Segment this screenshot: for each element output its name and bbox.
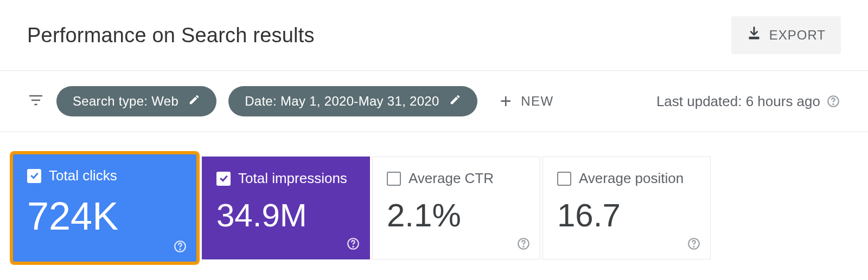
help-icon[interactable] xyxy=(516,236,531,251)
help-icon[interactable] xyxy=(346,236,361,251)
svg-point-6 xyxy=(353,246,354,247)
page-title: Performance on Search results xyxy=(27,24,315,47)
download-icon xyxy=(746,26,762,44)
export-button[interactable]: EXPORT xyxy=(731,16,841,54)
add-filter-label: NEW xyxy=(521,94,554,109)
filter-chip-date[interactable]: Date: May 1, 2020-May 31, 2020 xyxy=(228,86,477,116)
checkbox-icon xyxy=(557,172,571,186)
last-updated: Last updated: 6 hours ago xyxy=(656,93,841,110)
svg-point-10 xyxy=(693,246,694,247)
metric-card-average-ctr[interactable]: Average CTR 2.1% xyxy=(372,157,540,259)
checkbox-icon xyxy=(216,172,231,186)
metric-value: 724K xyxy=(27,195,182,238)
metric-value: 2.1% xyxy=(387,198,526,233)
add-filter-button[interactable]: + NEW xyxy=(496,86,558,116)
page-header: Performance on Search results EXPORT xyxy=(0,0,868,71)
export-button-label: EXPORT xyxy=(769,28,826,43)
checkbox-icon xyxy=(27,169,41,183)
filter-chip-search-type[interactable]: Search type: Web xyxy=(56,86,216,116)
svg-point-4 xyxy=(180,249,181,250)
last-updated-text: Last updated: 6 hours ago xyxy=(656,93,820,110)
metric-card-total-impressions[interactable]: Total impressions 34.9M xyxy=(202,157,370,259)
metric-card-total-clicks[interactable]: Total clicks 724K xyxy=(10,151,200,265)
filter-chip-search-type-label: Search type: Web xyxy=(73,94,178,109)
filter-chip-date-label: Date: May 1, 2020-May 31, 2020 xyxy=(245,94,439,109)
filter-icon[interactable] xyxy=(27,92,44,111)
metrics-row: Total clicks 724K Total impressions 34.9… xyxy=(0,132,868,265)
plus-icon: + xyxy=(500,92,513,111)
help-icon[interactable] xyxy=(173,239,188,254)
metric-label: Average CTR xyxy=(409,170,494,187)
svg-point-8 xyxy=(523,246,524,247)
metric-card-average-position[interactable]: Average position 16.7 xyxy=(542,157,711,259)
pencil-icon xyxy=(449,94,461,109)
checkbox-icon xyxy=(387,172,401,186)
filter-bar: Search type: Web Date: May 1, 2020-May 3… xyxy=(0,71,868,132)
metric-label: Average position xyxy=(579,170,684,187)
help-icon[interactable] xyxy=(826,94,841,109)
metric-label: Total impressions xyxy=(238,170,347,187)
help-icon[interactable] xyxy=(686,236,701,251)
svg-rect-0 xyxy=(749,37,759,39)
pencil-icon xyxy=(188,94,200,109)
metric-value: 16.7 xyxy=(557,198,696,233)
metric-label: Total clicks xyxy=(49,167,117,184)
metric-value: 34.9M xyxy=(216,198,355,233)
svg-point-2 xyxy=(833,103,834,105)
